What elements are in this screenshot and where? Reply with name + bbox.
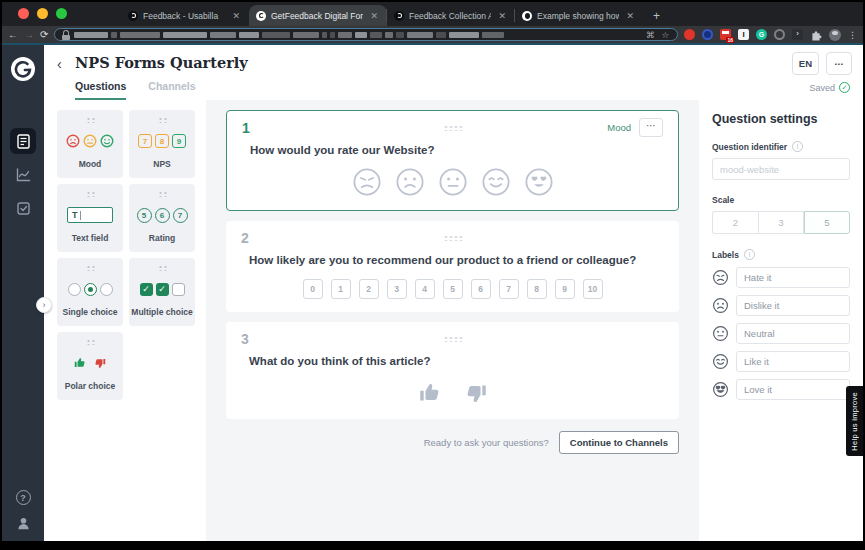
help-us-improve-tab[interactable]: Help us improve bbox=[846, 386, 863, 456]
nps-option[interactable]: 10 bbox=[583, 279, 603, 299]
sidebar-item-analytics[interactable] bbox=[10, 162, 36, 188]
sidebar-item-tasks[interactable] bbox=[10, 195, 36, 221]
drag-handle-icon[interactable] bbox=[443, 125, 462, 131]
mood-dislike-icon[interactable] bbox=[395, 167, 425, 197]
getfeedback-logo[interactable] bbox=[10, 56, 36, 82]
bookmark-star-icon[interactable]: ☆ bbox=[661, 30, 669, 40]
back-chevron-icon[interactable]: ‹ bbox=[57, 56, 62, 72]
info-icon[interactable]: i bbox=[792, 141, 803, 152]
close-window-button[interactable] bbox=[18, 8, 29, 19]
label-input-like[interactable] bbox=[736, 351, 850, 372]
nps-option[interactable]: 8 bbox=[527, 279, 547, 299]
nps-option[interactable]: 1 bbox=[331, 279, 351, 299]
close-tab-icon[interactable]: ✕ bbox=[230, 11, 242, 21]
nps-option[interactable]: 4 bbox=[415, 279, 435, 299]
extension-1password-icon[interactable] bbox=[738, 29, 749, 40]
label-input-hate[interactable] bbox=[736, 267, 850, 288]
question-card-3[interactable]: 3 What do you think of this article? bbox=[226, 322, 679, 419]
palette-item-nps[interactable]: 7 8 9 NPS bbox=[129, 110, 195, 178]
label-input-dislike[interactable] bbox=[736, 295, 850, 316]
palette-item-rating[interactable]: 5 6 7 Rating bbox=[129, 184, 195, 252]
info-icon[interactable]: i bbox=[744, 249, 755, 260]
close-tab-icon[interactable]: ✕ bbox=[496, 11, 508, 21]
question-text[interactable]: How likely are you to recommend our prod… bbox=[249, 254, 664, 266]
question-card-2[interactable]: 2 How likely are you to recommend our pr… bbox=[226, 221, 679, 312]
identifier-input[interactable] bbox=[712, 158, 850, 180]
question-number: 1 bbox=[242, 120, 250, 136]
thumbs-up-icon[interactable] bbox=[417, 380, 443, 406]
palette-label: Mood bbox=[79, 159, 102, 169]
scale-option-3[interactable]: 3 bbox=[758, 211, 804, 234]
address-bar[interactable]: ⌘ ☆ bbox=[54, 28, 678, 41]
question-more-button[interactable]: ⋯ bbox=[639, 118, 663, 137]
nps-option[interactable]: 3 bbox=[387, 279, 407, 299]
tab-feedback-api[interactable]: Feedback Collection API ✕ bbox=[387, 5, 515, 26]
mood-hate-icon[interactable] bbox=[352, 167, 382, 197]
nps-option[interactable]: 7 bbox=[499, 279, 519, 299]
header-more-button[interactable]: ⋯ bbox=[826, 52, 852, 75]
zoom-window-button[interactable] bbox=[56, 8, 67, 19]
drag-handle-icon[interactable] bbox=[443, 336, 462, 342]
scale-option-5[interactable]: 5 bbox=[804, 211, 850, 234]
close-tab-icon[interactable]: ✕ bbox=[368, 11, 380, 21]
label-row-love bbox=[712, 379, 850, 400]
tab-getfeedback[interactable]: GetFeedback Digital Forms ✕ bbox=[249, 5, 387, 26]
mood-like-icon[interactable] bbox=[481, 167, 511, 197]
mood-neutral-icon[interactable] bbox=[438, 167, 468, 197]
label-input-love[interactable] bbox=[736, 379, 850, 400]
language-button[interactable]: EN bbox=[792, 52, 819, 75]
question-text[interactable]: How would you rate our Website? bbox=[250, 144, 663, 156]
nps-option[interactable]: 2 bbox=[359, 279, 379, 299]
help-icon[interactable]: ? bbox=[16, 490, 31, 505]
page-title: NPS Forms Quarterly bbox=[75, 54, 248, 71]
scale-option-2[interactable]: 2 bbox=[712, 211, 758, 234]
extension-gray-icon[interactable] bbox=[774, 29, 785, 40]
question-text[interactable]: What do you think of this article? bbox=[249, 355, 664, 367]
minimize-window-button[interactable] bbox=[37, 8, 48, 19]
extensions-puzzle-icon[interactable] bbox=[810, 29, 822, 41]
palette-label: Single choice bbox=[63, 307, 118, 317]
palette-item-mood[interactable]: Mood bbox=[57, 110, 123, 178]
profile-avatar[interactable] bbox=[829, 29, 841, 41]
tab-github-example[interactable]: Example showing how to subm ✕ bbox=[515, 5, 643, 26]
nps-option[interactable]: 9 bbox=[555, 279, 575, 299]
app-sidebar: › ? bbox=[2, 45, 44, 541]
palette-item-multiple-choice[interactable]: ✓ ✓ Multiple choice bbox=[129, 258, 195, 326]
reload-icon[interactable]: ⟳ bbox=[40, 30, 48, 40]
label-input-neutral[interactable] bbox=[736, 323, 850, 344]
palette-label: Polar choice bbox=[65, 381, 116, 391]
back-icon[interactable]: ← bbox=[8, 30, 18, 40]
question-card-1[interactable]: 1 Mood ⋯ How would you rate our Website? bbox=[226, 110, 679, 211]
extension-grammarly-icon[interactable] bbox=[756, 29, 767, 40]
drag-handle-icon[interactable] bbox=[443, 235, 462, 241]
mood-love-icon[interactable] bbox=[524, 167, 554, 197]
extension-dark-icon[interactable] bbox=[792, 29, 803, 40]
account-icon[interactable] bbox=[16, 516, 31, 531]
nps-option[interactable]: 0 bbox=[303, 279, 323, 299]
close-tab-icon[interactable]: ✕ bbox=[624, 11, 636, 21]
forward-icon[interactable]: → bbox=[24, 30, 34, 40]
tab-usabilla[interactable]: Feedback - Usabilla ✕ bbox=[121, 5, 249, 26]
tab-questions[interactable]: Questions bbox=[75, 80, 126, 100]
settings-title: Question settings bbox=[712, 112, 850, 126]
scale-label: Scale bbox=[712, 195, 734, 205]
palette-item-single-choice[interactable]: Single choice bbox=[57, 258, 123, 326]
extension-red-icon[interactable] bbox=[684, 29, 695, 40]
continue-to-channels-button[interactable]: Continue to Channels bbox=[559, 431, 679, 454]
checkbox-off-icon bbox=[172, 283, 185, 296]
nps-option[interactable]: 6 bbox=[471, 279, 491, 299]
extensions-area: 16 ⋮ bbox=[684, 29, 857, 41]
sidebar-expand-button[interactable]: › bbox=[36, 297, 52, 313]
extension-blue-icon[interactable] bbox=[702, 29, 713, 40]
chrome-menu-icon[interactable]: ⋮ bbox=[848, 30, 857, 40]
checkbox-on-icon: ✓ bbox=[156, 283, 169, 296]
new-tab-button[interactable]: + bbox=[643, 9, 670, 26]
palette-item-polar-choice[interactable]: Polar choice bbox=[57, 332, 123, 400]
nps-option[interactable]: 5 bbox=[443, 279, 463, 299]
palette-label: NPS bbox=[153, 159, 170, 169]
thumbs-down-icon[interactable] bbox=[463, 380, 489, 406]
tab-channels[interactable]: Channels bbox=[148, 80, 195, 100]
sidebar-item-forms[interactable] bbox=[10, 128, 36, 154]
extension-badged-icon[interactable]: 16 bbox=[720, 29, 731, 40]
palette-item-text-field[interactable]: T Text field bbox=[57, 184, 123, 252]
